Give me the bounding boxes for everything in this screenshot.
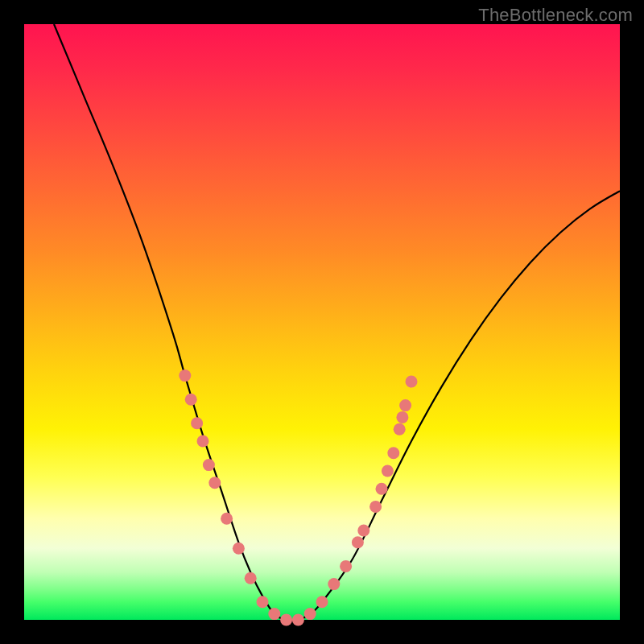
data-point	[268, 608, 280, 620]
data-point	[369, 501, 382, 513]
data-point	[382, 465, 394, 477]
data-point	[203, 459, 215, 471]
data-point	[396, 411, 408, 423]
data-point	[185, 394, 197, 406]
data-point	[208, 477, 221, 489]
data-point	[394, 423, 406, 436]
chart-svg	[24, 24, 620, 620]
data-points-group	[179, 369, 417, 625]
data-point	[387, 447, 399, 459]
chart-frame: TheBottleneck.com	[0, 0, 644, 644]
data-point	[352, 536, 364, 548]
data-point	[304, 608, 316, 620]
data-point	[328, 578, 340, 590]
data-point	[316, 596, 328, 608]
data-point	[376, 483, 388, 495]
data-point	[280, 614, 292, 626]
data-point	[179, 369, 191, 382]
data-point	[221, 513, 233, 525]
data-point	[340, 560, 352, 572]
watermark-text: TheBottleneck.com	[478, 5, 633, 26]
data-point	[233, 543, 245, 555]
chart-plot-area	[24, 24, 620, 620]
data-point	[257, 596, 269, 608]
data-point	[197, 436, 209, 448]
data-point	[406, 376, 418, 388]
data-point	[245, 572, 257, 584]
bottleneck-curve	[54, 24, 620, 621]
data-point	[191, 417, 203, 429]
data-point	[357, 525, 369, 537]
data-point	[292, 614, 304, 626]
data-point	[399, 399, 411, 411]
